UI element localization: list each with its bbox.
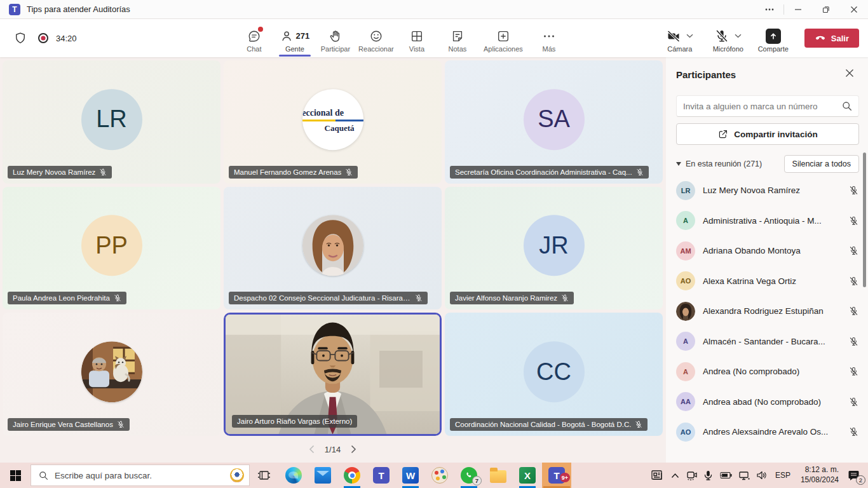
tab-mas[interactable]: Más [531, 24, 567, 53]
participant-row[interactable]: AO Alexa Katrina Vega Ortiz [676, 266, 859, 297]
video-tile-despacho-02[interactable]: Despacho 02 Consejo Seccional Judicatura… [224, 187, 442, 310]
share-invitation-button[interactable]: Compartir invitación [676, 123, 859, 145]
taskbar-app-edge[interactable] [279, 463, 308, 488]
video-tile-jairo-arturo-active-speaker[interactable]: Jairo Arturo Riaño Vargas (Externo) [224, 313, 442, 436]
video-tile-jairo-enrique[interactable]: Jairo Enrique Vera Castellanos [3, 313, 220, 436]
avatar-initials: SA [524, 89, 585, 150]
panel-scrollbar[interactable] [863, 152, 866, 287]
tab-participar[interactable]: Participar [317, 24, 354, 53]
tab-gente[interactable]: 271 Gente [276, 24, 313, 53]
participant-row[interactable]: AO Andres Alexsaindre Arevalo Os... [676, 417, 859, 447]
video-tile-secretaria-caqueta[interactable]: SA Secretaría Oficina Coordinación Admin… [445, 60, 663, 184]
widgets-news-button[interactable] [648, 463, 668, 488]
tile-name-label: Secretaría Oficina Coordinación Administ… [450, 166, 649, 179]
meeting-toolbar: 34:20 Chat 271 Gente Participar [0, 19, 868, 57]
participant-row[interactable]: A Administrativa - Antioquia - M... [676, 206, 859, 236]
tray-volume[interactable] [753, 463, 770, 488]
window-more-button[interactable] [756, 0, 783, 18]
colombia-emblem-icon [230, 468, 244, 482]
clock[interactable]: 8:12 a. m. 15/08/2024 [796, 465, 844, 485]
tab-vista[interactable]: Vista [398, 24, 435, 53]
notification-center-button[interactable]: 2 [844, 463, 868, 488]
close-panel-button[interactable] [843, 66, 859, 83]
invite-search-box[interactable] [676, 95, 859, 117]
participant-row[interactable]: AM Adriana Obando Montoya [676, 236, 859, 266]
video-tile-paula-andrea[interactable]: PP Paula Andrea Leon Piedrahita [3, 187, 220, 310]
restore-button[interactable] [812, 0, 840, 18]
tile-name-label: Despacho 02 Consejo Seccional Judicatura… [229, 292, 428, 304]
taskbar-app-word[interactable]: W [396, 463, 425, 488]
taskbar-search-box[interactable]: Escribe aquí para buscar. [31, 464, 250, 486]
mic-off-icon [714, 29, 729, 44]
participant-row[interactable]: AA Andrea abad (No comprobado) [676, 387, 859, 417]
search-icon [39, 471, 48, 480]
mic-muted-icon [849, 397, 858, 407]
taskbar-app-explorer[interactable] [484, 463, 513, 488]
video-tile-coordinacion-calidad[interactable]: CC Coordinación Nacional Calidad - Bogot… [445, 313, 663, 436]
minimize-button[interactable] [784, 0, 812, 18]
camera-off-icon [666, 29, 681, 44]
close-button[interactable] [840, 0, 868, 18]
tray-expand-button[interactable] [668, 463, 682, 488]
next-page-chevron-icon[interactable] [351, 445, 356, 454]
tray-network[interactable] [735, 463, 753, 488]
participant-row[interactable]: Alexandra Rodriguez Estupiñan [676, 296, 859, 327]
close-icon [845, 69, 854, 78]
tab-aplicaciones[interactable]: Aplicaciones [480, 24, 527, 53]
camera-dropdown-chevron-icon[interactable] [686, 34, 693, 38]
tray-mic-in-use[interactable] [701, 463, 715, 488]
video-tile-manuel-fernando[interactable]: Seccional de Caquetá Manuel Fernando Gom… [224, 60, 442, 184]
taskbar-app-teams-meeting-active[interactable]: T 9+ [542, 463, 571, 488]
toolbar-tabs: Chat 271 Gente Participar Reaccionar [236, 24, 567, 53]
start-button[interactable] [0, 463, 31, 488]
taskbar-app-chrome[interactable] [337, 463, 367, 488]
leave-meeting-button[interactable]: Salir [804, 29, 859, 48]
mute-all-button[interactable]: Silenciar a todos [784, 155, 859, 173]
chrome-icon [344, 467, 360, 484]
tab-reaccionar[interactable]: Reaccionar [358, 24, 395, 53]
tile-name-label: Manuel Fernando Gomez Arenas [229, 166, 358, 179]
teams-notification-badge: 9+ [560, 473, 570, 482]
participant-row[interactable]: A Andrea (No comprobado) [676, 356, 859, 387]
tray-date: 15/08/2024 [801, 475, 839, 485]
restore-icon [822, 6, 830, 13]
mic-dropdown-chevron-icon[interactable] [735, 34, 742, 38]
taskbar-app-paint[interactable] [425, 463, 454, 488]
mic-muted-icon [849, 246, 858, 255]
participants-list: LR Luz Mery Novoa Ramírez A Administrati… [676, 175, 859, 447]
language-indicator[interactable]: ESP [770, 471, 796, 480]
taskbar-app-excel[interactable]: X [513, 463, 542, 488]
tab-notas[interactable]: Notas [439, 24, 476, 53]
collapse-section-chevron-icon[interactable] [676, 162, 681, 166]
mic-muted-icon [849, 186, 858, 195]
taskbar-app-whatsapp[interactable]: 7 [454, 463, 484, 488]
invite-search-input[interactable] [683, 102, 842, 111]
system-tray: ESP 8:12 a. m. 15/08/2024 2 [648, 463, 868, 488]
previous-page-chevron-icon[interactable] [309, 445, 315, 454]
task-view-button[interactable] [250, 463, 279, 488]
teams-meeting-icon: T 9+ [548, 467, 565, 484]
notes-icon [451, 29, 465, 43]
news-icon [651, 470, 665, 481]
tile-name-label: Jairo Enrique Vera Castellanos [8, 418, 130, 431]
share-content-button[interactable]: Comparte [754, 24, 793, 53]
taskbar-app-teams[interactable]: T [367, 463, 396, 488]
participant-row[interactable]: LR Luz Mery Novoa Ramírez [676, 175, 859, 206]
taskbar-app-mail[interactable] [308, 463, 337, 488]
tray-camera-in-use[interactable] [682, 463, 701, 488]
microphone-button[interactable]: Micrófono [705, 24, 751, 53]
recording-icon [37, 32, 50, 44]
video-tile-luz-mery[interactable]: LR Luz Mery Novoa Ramírez [3, 60, 220, 184]
share-invitation-icon [717, 129, 728, 140]
avatar: AO [676, 423, 695, 442]
tray-battery[interactable] [715, 463, 735, 488]
grid-pagination: 1/14 [3, 436, 663, 463]
video-tile-javier-alfonso[interactable]: JR Javier Alfonso Naranjo Ramirez [445, 187, 663, 310]
tab-chat[interactable]: Chat [236, 24, 273, 53]
avatar-initials: LR [81, 89, 142, 150]
participant-row[interactable]: A Almacén - Santander - Bucara... [676, 327, 859, 357]
in-meeting-section-label: En esta reunión (271) [686, 159, 762, 168]
notification-count-badge: 2 [856, 475, 865, 485]
profile-photo-avatar [302, 215, 363, 276]
camera-button[interactable]: Cámara [657, 24, 703, 53]
